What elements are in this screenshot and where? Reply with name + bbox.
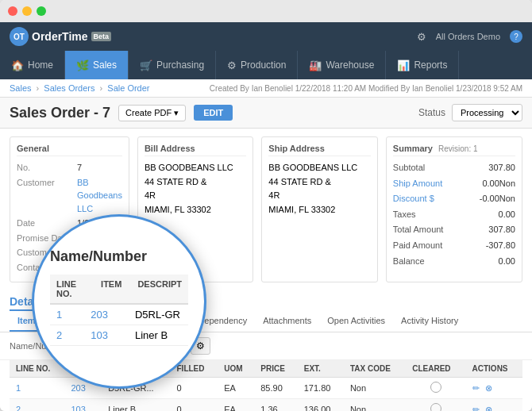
cell-line-no: 2 <box>10 399 64 412</box>
mag-col-item: ITEM <box>101 279 121 298</box>
cell-filled: 0 <box>171 378 218 399</box>
nav-home[interactable]: 🏠 Home <box>0 51 65 79</box>
tab-open-activities[interactable]: Open Activities <box>319 311 393 332</box>
beta-badge: Beta <box>91 32 112 41</box>
ship-address-line4: MIAMI, FL 33302 <box>268 203 370 217</box>
nav-sales-label: Sales <box>93 60 117 71</box>
logo-area: OT OrderTime Beta <box>10 27 111 46</box>
field-customer-label: Customer <box>17 176 74 216</box>
cleared-radio[interactable] <box>430 382 441 393</box>
nav-home-label: Home <box>28 60 53 71</box>
cell-price: 1.36 <box>254 399 298 412</box>
nav-reports-label: Reports <box>414 60 447 71</box>
col-price: PRICE <box>254 360 298 378</box>
summary-total: Total Amount 307.80 <box>393 223 515 237</box>
breadcrumb: Sales › Sales Orders › Sale Order <box>10 83 150 93</box>
status-label: Status <box>418 107 445 118</box>
col-tax-code: TAX CODE <box>344 360 406 378</box>
main-nav: 🏠 Home 🌿 Sales 🛒 Purchasing ⚙ Production… <box>0 51 532 79</box>
ship-amount-label[interactable]: Ship Amount <box>393 177 442 191</box>
cell-price: 85.90 <box>254 378 298 399</box>
settings-icon[interactable]: ⚙ <box>417 31 426 43</box>
created-info: Created By Ian Benoliel 1/22/2018 11:20 … <box>210 84 522 93</box>
mag-row2-line: 2 <box>56 329 62 341</box>
summary-subtotal: Subtotal 307.80 <box>393 161 515 175</box>
nav-production[interactable]: ⚙ Production <box>216 51 298 79</box>
summary-label: Summary <box>393 144 433 153</box>
bill-address-line2: 44 STATE RD & <box>145 175 246 190</box>
cell-cleared <box>406 399 465 412</box>
field-no: No. 7 <box>17 161 122 175</box>
breadcrumb-bar: Sales › Sales Orders › Sale Order Create… <box>0 79 532 98</box>
field-customer-value: BB Goodbeans LLC <box>77 176 122 216</box>
help-icon[interactable]: ? <box>510 30 522 43</box>
summary-card: Summary Revision: 1 Subtotal 307.80 Ship… <box>386 136 522 282</box>
app-logo: OT <box>10 27 29 46</box>
general-card-title: General <box>17 144 122 156</box>
table-row: 2 103 Liner B... 0 EA 1.36 136.00 Non ✏ … <box>10 399 522 412</box>
reports-icon: 📊 <box>397 60 410 71</box>
nav-reports[interactable]: 📊 Reports <box>386 51 459 79</box>
tab-attachments[interactable]: Attachments <box>255 311 319 332</box>
cleared-radio[interactable] <box>430 403 441 411</box>
magnifier-label: Name/Number <box>50 248 188 265</box>
bill-address-line4: MIAMI, FL 33302 <box>145 203 246 217</box>
field-no-value: 7 <box>77 161 82 175</box>
mag-row1-line: 1 <box>56 309 62 321</box>
edit-button[interactable]: EDIT <box>194 105 233 121</box>
nav-warehouse-label: Warehouse <box>326 60 374 71</box>
total-label: Total Amount <box>393 223 444 237</box>
app-header: OT OrderTime Beta ⚙ All Orders Demo ? <box>0 22 532 51</box>
create-pdf-button[interactable]: Create PDF ▾ <box>118 105 186 121</box>
maximize-button[interactable] <box>37 6 46 16</box>
purchasing-icon: 🛒 <box>140 60 152 71</box>
nav-production-label: Production <box>241 60 286 71</box>
ship-address-card: Ship Address BB GOODBEANS LLC 44 STATE R… <box>261 136 377 282</box>
magnifier-overlay: Name/Number LINE NO. ITEM DESCRIPT 1 203… <box>32 214 206 389</box>
sales-icon: 🌿 <box>76 60 89 71</box>
delete-action-icon[interactable]: ⊗ <box>485 405 492 412</box>
page-header: Sales Order - 7 Create PDF ▾ EDIT Status… <box>0 98 532 129</box>
nav-warehouse[interactable]: 🏭 Warehouse <box>298 51 386 79</box>
cell-tax-code: Non <box>344 378 406 399</box>
cell-tax-code: Non <box>344 399 406 412</box>
cell-item: 103 <box>64 399 102 412</box>
cell-uom: EA <box>218 378 254 399</box>
status-area: Status Processing Pending Completed Canc… <box>418 104 522 121</box>
cell-line-no: 1 <box>10 378 64 399</box>
delete-action-icon[interactable]: ⊗ <box>485 383 492 393</box>
discount-label[interactable]: Discount $ <box>393 192 434 206</box>
production-icon: ⚙ <box>227 60 237 71</box>
breadcrumb-sales[interactable]: Sales <box>10 83 32 93</box>
balance-value: 0.00 <box>499 255 515 269</box>
ship-address-line3: 4R <box>268 189 370 203</box>
user-label[interactable]: All Orders Demo <box>436 32 500 41</box>
minimize-button[interactable] <box>22 6 32 16</box>
discount-value: -0.00Non <box>480 192 515 206</box>
create-pdf-label: Create PDF <box>125 108 172 117</box>
nav-sales[interactable]: 🌿 Sales <box>65 51 129 79</box>
home-icon: 🏠 <box>11 60 24 71</box>
ship-address-title: Ship Address <box>268 144 370 156</box>
tab-activity-history[interactable]: Activity History <box>393 311 466 332</box>
cell-description: Liner B... <box>102 399 170 412</box>
mag-row2-desc: Liner B <box>135 329 168 341</box>
summary-balance: Balance 0.00 <box>393 255 515 269</box>
bill-address-line3: 4R <box>145 189 246 203</box>
edit-action-icon[interactable]: ✏ <box>472 383 480 393</box>
subtotal-value: 307.80 <box>488 161 515 175</box>
status-select[interactable]: Processing Pending Completed Cancelled <box>452 104 522 121</box>
summary-revision: Revision: 1 <box>438 144 477 153</box>
cell-actions: ✏ ⊗ <box>466 378 522 399</box>
edit-action-icon[interactable]: ✏ <box>472 405 480 412</box>
col-uom: UOM <box>218 360 254 378</box>
title-bar <box>0 0 532 22</box>
breadcrumb-sale-order[interactable]: Sale Order <box>107 83 149 93</box>
nav-purchasing[interactable]: 🛒 Purchasing <box>129 51 216 79</box>
close-button[interactable] <box>8 6 17 16</box>
cell-actions: ✏ ⊗ <box>466 399 522 412</box>
breadcrumb-sales-orders[interactable]: Sales Orders <box>44 83 94 93</box>
cell-ext: 136.00 <box>298 399 344 412</box>
cell-uom: EA <box>218 399 254 412</box>
summary-discount: Discount $ -0.00Non <box>393 192 515 206</box>
